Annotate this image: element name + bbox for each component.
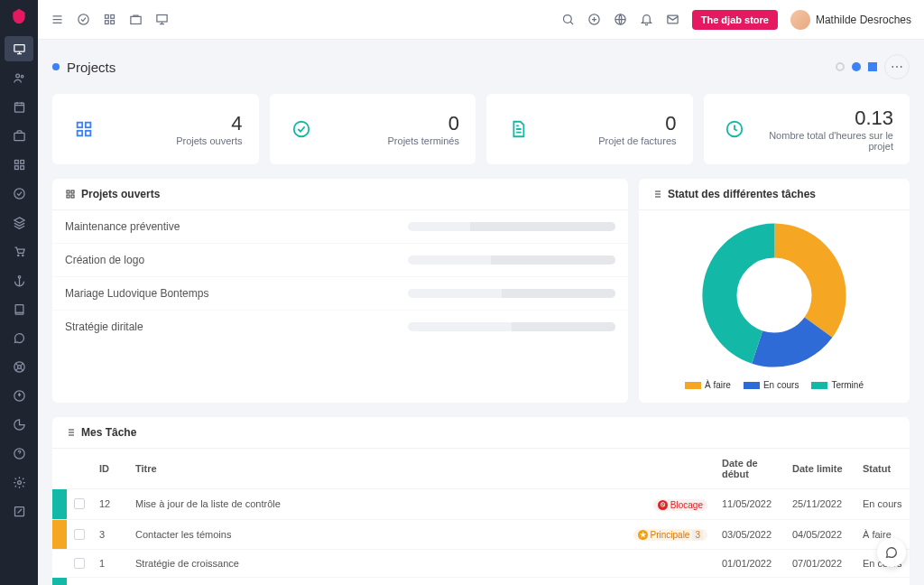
stat-card: 0Projets terminés <box>270 94 476 164</box>
svg-rect-4 <box>14 133 23 140</box>
svg-point-20 <box>79 14 88 24</box>
stat-label: Projets ouverts <box>176 135 242 146</box>
nav-edit[interactable] <box>5 498 33 524</box>
th-titre[interactable]: Titre <box>128 449 615 489</box>
nav-help[interactable] <box>5 441 33 466</box>
stat-value: 0.13 <box>749 107 893 130</box>
open-project-item[interactable]: Création de logo <box>52 243 628 276</box>
task-row[interactable]: 4 Acheter le bouquet ⦸Blocage 2▽ 26/04/2… <box>52 577 910 585</box>
briefcase-icon[interactable] <box>129 13 143 26</box>
svg-rect-26 <box>157 15 167 23</box>
view-option-1[interactable] <box>836 62 845 71</box>
stat-icon <box>69 114 99 144</box>
svg-rect-40 <box>71 195 74 198</box>
nav-export[interactable] <box>5 383 33 408</box>
svg-point-44 <box>740 261 808 330</box>
svg-point-9 <box>14 188 23 198</box>
svg-rect-37 <box>67 190 69 193</box>
task-title: Contacter les témoins <box>128 519 615 549</box>
svg-point-10 <box>17 255 18 255</box>
task-start-date: 03/05/2022 <box>715 519 785 549</box>
nav-settings[interactable] <box>5 469 33 495</box>
tasks-panel: Mes Tâche ID Titre Date de début Date li… <box>52 417 910 585</box>
progress-bar <box>408 222 615 231</box>
tasks-title: Mes Tâche <box>81 426 136 439</box>
progress-bar <box>408 289 615 298</box>
avatar <box>790 10 810 30</box>
task-checkbox[interactable] <box>74 498 85 509</box>
svg-point-12 <box>18 275 21 278</box>
store-button[interactable]: The djab store <box>692 10 778 30</box>
svg-point-18 <box>17 480 21 484</box>
legend-item: En cours <box>744 380 799 390</box>
stat-label: Projets terminés <box>388 135 459 146</box>
task-title: Acheter le bouquet <box>128 577 615 585</box>
nav-book[interactable] <box>5 296 33 321</box>
stat-icon <box>503 114 533 144</box>
svg-rect-32 <box>86 123 91 128</box>
stat-label: Projet de factures <box>598 135 676 146</box>
nav-calendar[interactable] <box>5 94 33 119</box>
nav-people[interactable] <box>5 65 33 90</box>
svg-point-11 <box>22 255 23 255</box>
logo-icon <box>10 7 28 25</box>
task-checkbox[interactable] <box>74 529 85 540</box>
nav-anchor[interactable] <box>5 267 33 292</box>
task-title: Mise à jour de la liste de contrôle <box>128 489 615 520</box>
apps-icon[interactable] <box>103 13 116 26</box>
task-due-date: 04/05/2022 <box>785 519 855 549</box>
globe-icon[interactable] <box>614 13 627 26</box>
plus-icon[interactable] <box>587 13 601 26</box>
task-start-date: 01/01/2022 <box>715 549 785 577</box>
svg-rect-23 <box>106 21 109 24</box>
task-row[interactable]: 12 Mise à jour de la liste de contrôle ⦸… <box>52 489 910 520</box>
th-statut[interactable]: Statut <box>855 449 910 489</box>
progress-bar <box>408 255 615 265</box>
nav-briefcase[interactable] <box>5 123 33 148</box>
sidebar <box>0 0 38 585</box>
menu-icon[interactable] <box>51 13 64 26</box>
monitor-icon[interactable] <box>155 13 169 26</box>
project-name: Maintenance préventive <box>65 220 180 233</box>
nav-layers[interactable] <box>5 209 33 235</box>
svg-rect-24 <box>111 21 115 24</box>
nav-lifebuoy[interactable] <box>5 354 33 379</box>
stat-card: 4Projets ouverts <box>52 94 259 164</box>
nav-chat[interactable] <box>5 325 33 350</box>
user-name: Mathilde Desroches <box>816 14 911 26</box>
th-debut[interactable]: Date de début <box>715 449 785 489</box>
view-option-2[interactable] <box>852 62 861 71</box>
nav-check[interactable] <box>5 181 33 206</box>
progress-bar <box>408 322 615 331</box>
task-due-date: - <box>785 577 855 585</box>
svg-rect-38 <box>71 190 74 193</box>
task-id: 12 <box>92 489 128 520</box>
open-project-item[interactable]: Mariage Ludovique Bontemps <box>52 276 628 310</box>
bell-icon[interactable] <box>640 13 653 26</box>
nav-grid[interactable] <box>5 152 33 177</box>
nav-dashboard[interactable] <box>5 36 33 61</box>
open-project-item[interactable]: Maintenance préventive <box>52 210 628 243</box>
chat-fab[interactable] <box>877 538 906 567</box>
nav-pie[interactable] <box>5 412 33 437</box>
search-icon[interactable] <box>561 13 575 26</box>
task-badge: ⦸Blocage <box>653 499 707 511</box>
task-row[interactable]: 1 Stratégie de croissance 01/01/2022 07/… <box>52 549 910 577</box>
th-id[interactable]: ID <box>92 449 128 489</box>
task-start-date: 26/04/2022 <box>715 577 785 585</box>
donut-chart <box>702 223 846 367</box>
check-icon[interactable] <box>77 13 90 26</box>
svg-point-35 <box>293 122 309 137</box>
task-status-title: Statut des différentes tâches <box>668 188 816 200</box>
stat-card: 0.13Nombre total d'heures sur le projet <box>704 94 910 164</box>
task-id: 4 <box>92 577 128 585</box>
open-project-item[interactable]: Stratégie diritale <box>52 310 628 343</box>
task-row[interactable]: 3 Contacter les témoins ★Principale 3 03… <box>52 519 910 549</box>
th-limite[interactable]: Date limite <box>785 449 855 489</box>
view-option-3[interactable] <box>868 62 877 71</box>
user-menu[interactable]: Mathilde Desroches <box>790 10 911 30</box>
more-options-button[interactable]: ⋯ <box>884 54 910 79</box>
nav-cart[interactable] <box>5 238 33 264</box>
mail-icon[interactable] <box>666 13 679 26</box>
task-checkbox[interactable] <box>74 558 85 569</box>
